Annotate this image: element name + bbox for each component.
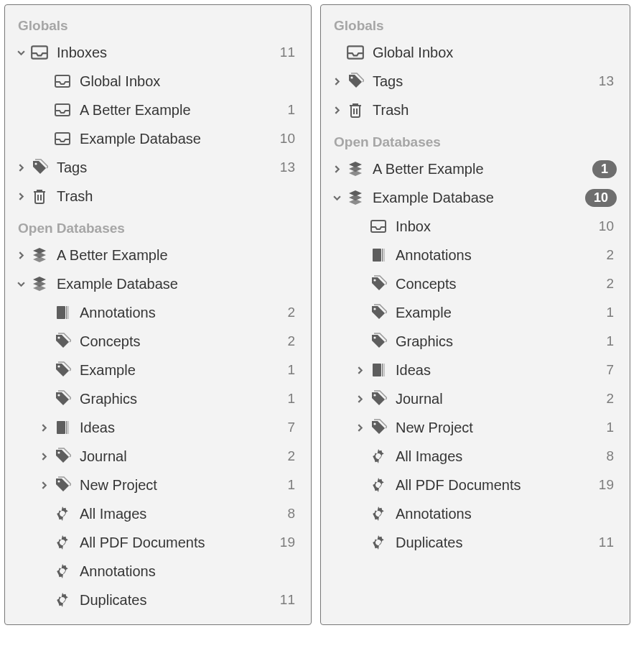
row-child[interactable]: Example Database10 (12, 124, 304, 153)
row-label: Trash (373, 102, 617, 119)
row-trash[interactable]: Trash (328, 96, 622, 124)
row-inboxes[interactable]: Inboxes 11 (12, 38, 304, 67)
chevron-right-icon[interactable] (351, 366, 368, 374)
row-label: Example (396, 305, 606, 321)
chevron-down-icon[interactable] (12, 280, 29, 288)
row-label: Graphics (396, 333, 606, 350)
row-child[interactable]: Graphics1 (328, 327, 622, 356)
book-icon (368, 360, 388, 380)
row-trash[interactable]: Trash (12, 182, 304, 211)
row-child[interactable]: Annotations2 (328, 241, 622, 269)
row-count: 2 (287, 305, 298, 320)
row-child[interactable]: Graphics1 (12, 384, 304, 413)
chevron-right-icon[interactable] (35, 481, 52, 489)
row-count: 7 (606, 362, 617, 378)
row-child[interactable]: Annotations (12, 557, 304, 586)
row-label: Trash (57, 188, 298, 205)
row-database[interactable]: Example Database 10 (328, 183, 622, 212)
row-child[interactable]: A Better Example1 (12, 96, 304, 124)
chevron-right-icon[interactable] (12, 251, 29, 259)
row-label: Annotations (80, 563, 298, 580)
row-child[interactable]: Concepts2 (328, 269, 622, 298)
row-count: 11 (280, 45, 298, 60)
row-label: Inbox (396, 218, 599, 235)
row-label: Global Inbox (80, 73, 298, 90)
database-icon (345, 188, 365, 208)
row-child[interactable]: New Project1 (328, 413, 622, 442)
row-child[interactable]: Journal2 (328, 384, 622, 413)
row-database[interactable]: A Better Example 1 (328, 154, 622, 183)
row-child[interactable]: Example1 (328, 298, 622, 327)
row-child[interactable]: Ideas7 (12, 413, 304, 442)
chevron-right-icon[interactable] (328, 78, 345, 85)
row-tags[interactable]: Tags 13 (12, 153, 304, 182)
chevron-right-icon[interactable] (35, 424, 52, 432)
tags-icon (368, 274, 388, 294)
row-label: Annotations (396, 506, 617, 522)
chevron-right-icon[interactable] (351, 395, 368, 403)
row-label: Journal (80, 448, 287, 465)
row-label: Concepts (80, 333, 287, 350)
row-label: Tags (373, 73, 599, 90)
row-count: 1 (287, 102, 298, 118)
row-global-inbox[interactable]: Global Inbox (328, 38, 622, 67)
tags-icon (52, 360, 73, 380)
tags-icon (368, 302, 388, 323)
row-count: 13 (280, 160, 298, 175)
row-child[interactable]: Ideas7 (328, 356, 622, 384)
row-child[interactable]: Concepts2 (12, 327, 304, 356)
row-label: Annotations (80, 305, 287, 321)
row-database[interactable]: A Better Example (12, 241, 304, 269)
tags-icon (52, 331, 73, 351)
chevron-right-icon[interactable] (12, 193, 29, 200)
row-child[interactable]: All PDF Documents19 (12, 528, 304, 557)
chevron-right-icon[interactable] (328, 106, 345, 114)
book-icon (368, 245, 388, 265)
row-count: 2 (287, 448, 298, 464)
row-count: 8 (287, 506, 298, 522)
tags-icon (52, 389, 73, 409)
gear-icon (52, 590, 73, 610)
row-child[interactable]: All Images8 (328, 442, 622, 471)
gear-icon (52, 532, 73, 553)
tag-icon (29, 157, 50, 177)
row-database[interactable]: Example Database (12, 269, 304, 298)
row-count: 8 (606, 448, 617, 464)
book-icon (52, 302, 73, 323)
row-label: Example Database (373, 190, 585, 206)
row-count: 2 (287, 333, 298, 349)
row-child[interactable]: Global Inbox (12, 67, 304, 96)
chevron-down-icon[interactable] (12, 49, 29, 57)
row-child[interactable]: New Project1 (12, 471, 304, 499)
row-child[interactable]: Duplicates11 (328, 528, 622, 557)
chevron-down-icon[interactable] (328, 194, 345, 202)
row-child[interactable]: Annotations2 (12, 298, 304, 327)
row-child[interactable]: All PDF Documents19 (328, 471, 622, 499)
count-pill: 10 (585, 189, 617, 207)
row-label: All Images (396, 448, 606, 465)
row-label: Graphics (80, 391, 287, 407)
row-label: A Better Example (80, 102, 287, 119)
row-child[interactable]: Example1 (12, 356, 304, 384)
row-label: A Better Example (57, 247, 298, 264)
chevron-right-icon[interactable] (351, 424, 368, 432)
gear-icon (368, 532, 388, 553)
inbox-icon (52, 71, 73, 91)
row-tags[interactable]: Tags 13 (328, 67, 622, 96)
chevron-right-icon[interactable] (35, 453, 52, 461)
row-child[interactable]: Inbox10 (328, 212, 622, 241)
row-count: 11 (599, 535, 617, 550)
row-child[interactable]: All Images8 (12, 499, 304, 528)
section-header-open-databases: Open Databases (328, 124, 622, 154)
row-child[interactable]: Duplicates11 (12, 586, 304, 614)
section-header-open-databases: Open Databases (12, 211, 304, 241)
database-icon (345, 159, 365, 179)
row-label: Duplicates (80, 592, 280, 609)
chevron-right-icon[interactable] (12, 164, 29, 172)
inbox-icon (52, 100, 73, 120)
chevron-right-icon[interactable] (328, 165, 345, 173)
row-child[interactable]: Journal2 (12, 442, 304, 471)
row-child[interactable]: Annotations (328, 499, 622, 528)
row-label: Journal (396, 391, 606, 407)
inbox-icon (52, 129, 73, 149)
